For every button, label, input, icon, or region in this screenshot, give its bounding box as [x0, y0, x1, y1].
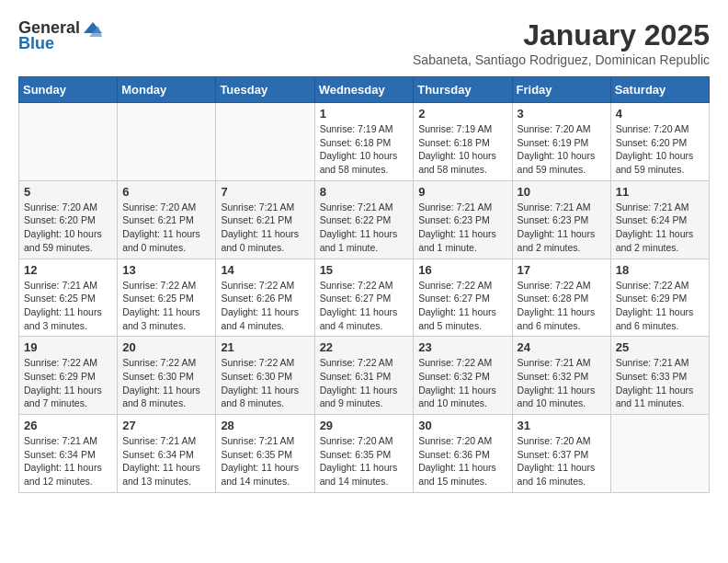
day-number: 13 [122, 263, 210, 277]
day-number: 31 [518, 419, 606, 432]
day-number: 8 [320, 185, 409, 199]
day-header-monday: Monday [118, 77, 216, 103]
day-info: Sunrise: 7:20 AM Sunset: 6:36 PM Dayligh… [418, 434, 506, 488]
day-info: Sunrise: 7:21 AM Sunset: 6:33 PM Dayligh… [616, 356, 704, 410]
day-number: 18 [616, 263, 704, 277]
day-cell: 3Sunrise: 7:20 AM Sunset: 6:19 PM Daylig… [512, 103, 610, 181]
day-number: 25 [616, 340, 704, 354]
day-info: Sunrise: 7:20 AM Sunset: 6:37 PM Dayligh… [518, 434, 606, 488]
day-cell: 17Sunrise: 7:22 AM Sunset: 6:28 PM Dayli… [512, 259, 610, 337]
day-number: 29 [320, 419, 409, 432]
day-number: 19 [24, 340, 112, 354]
day-number: 7 [221, 185, 309, 199]
page-header: General Blue January 2025 Sabaneta, Sant… [18, 18, 710, 67]
day-info: Sunrise: 7:20 AM Sunset: 6:21 PM Dayligh… [122, 201, 210, 255]
day-info: Sunrise: 7:19 AM Sunset: 6:18 PM Dayligh… [418, 122, 506, 177]
day-info: Sunrise: 7:21 AM Sunset: 6:34 PM Dayligh… [24, 434, 112, 488]
day-info: Sunrise: 7:21 AM Sunset: 6:21 PM Dayligh… [221, 201, 309, 255]
day-cell: 19Sunrise: 7:22 AM Sunset: 6:29 PM Dayli… [19, 337, 118, 415]
day-info: Sunrise: 7:22 AM Sunset: 6:32 PM Dayligh… [418, 356, 506, 410]
calendar-table: SundayMondayTuesdayWednesdayThursdayFrid… [18, 76, 710, 493]
day-info: Sunrise: 7:22 AM Sunset: 6:26 PM Dayligh… [221, 279, 309, 333]
week-row-1: 1Sunrise: 7:19 AM Sunset: 6:18 PM Daylig… [19, 103, 710, 181]
day-info: Sunrise: 7:22 AM Sunset: 6:29 PM Dayligh… [24, 356, 112, 410]
day-info: Sunrise: 7:21 AM Sunset: 6:23 PM Dayligh… [518, 201, 606, 255]
title-block: January 2025 Sabaneta, Santiago Rodrigue… [413, 18, 710, 67]
day-info: Sunrise: 7:21 AM Sunset: 6:22 PM Dayligh… [320, 201, 409, 255]
calendar-header: SundayMondayTuesdayWednesdayThursdayFrid… [19, 77, 710, 103]
day-info: Sunrise: 7:22 AM Sunset: 6:30 PM Dayligh… [221, 356, 309, 410]
day-cell: 10Sunrise: 7:21 AM Sunset: 6:23 PM Dayli… [512, 180, 610, 259]
day-cell: 8Sunrise: 7:21 AM Sunset: 6:22 PM Daylig… [314, 180, 414, 259]
day-header-friday: Friday [512, 77, 610, 103]
day-number: 9 [418, 185, 506, 199]
day-cell: 30Sunrise: 7:20 AM Sunset: 6:36 PM Dayli… [414, 415, 512, 493]
day-number: 2 [418, 107, 506, 121]
day-info: Sunrise: 7:22 AM Sunset: 6:25 PM Dayligh… [122, 279, 210, 333]
day-info: Sunrise: 7:22 AM Sunset: 6:30 PM Dayligh… [122, 356, 210, 410]
day-cell: 18Sunrise: 7:22 AM Sunset: 6:29 PM Dayli… [610, 259, 709, 337]
day-info: Sunrise: 7:21 AM Sunset: 6:35 PM Dayligh… [221, 434, 309, 488]
logo-blue: Blue [18, 34, 102, 53]
day-cell [216, 103, 314, 181]
day-number: 10 [518, 185, 606, 199]
day-cell [610, 415, 709, 493]
day-cell: 16Sunrise: 7:22 AM Sunset: 6:27 PM Dayli… [414, 259, 512, 337]
day-info: Sunrise: 7:21 AM Sunset: 6:32 PM Dayligh… [518, 356, 606, 410]
day-cell: 20Sunrise: 7:22 AM Sunset: 6:30 PM Dayli… [118, 337, 216, 415]
day-number: 6 [122, 185, 210, 199]
day-info: Sunrise: 7:20 AM Sunset: 6:20 PM Dayligh… [24, 201, 112, 255]
day-cell [19, 103, 118, 181]
day-number: 16 [418, 263, 506, 277]
day-cell: 28Sunrise: 7:21 AM Sunset: 6:35 PM Dayli… [216, 415, 314, 493]
day-info: Sunrise: 7:21 AM Sunset: 6:23 PM Dayligh… [418, 201, 506, 255]
day-cell: 11Sunrise: 7:21 AM Sunset: 6:24 PM Dayli… [610, 180, 709, 259]
day-number: 12 [24, 263, 112, 277]
day-cell: 26Sunrise: 7:21 AM Sunset: 6:34 PM Dayli… [19, 415, 118, 493]
day-number: 23 [418, 340, 506, 354]
week-row-3: 12Sunrise: 7:21 AM Sunset: 6:25 PM Dayli… [19, 259, 710, 337]
day-cell: 2Sunrise: 7:19 AM Sunset: 6:18 PM Daylig… [414, 103, 512, 181]
day-header-tuesday: Tuesday [216, 77, 314, 103]
day-number: 14 [221, 263, 309, 277]
day-cell: 13Sunrise: 7:22 AM Sunset: 6:25 PM Dayli… [118, 259, 216, 337]
day-cell: 5Sunrise: 7:20 AM Sunset: 6:20 PM Daylig… [19, 180, 118, 259]
day-number: 27 [122, 419, 210, 432]
day-info: Sunrise: 7:21 AM Sunset: 6:25 PM Dayligh… [24, 279, 112, 333]
day-number: 1 [320, 107, 409, 121]
day-cell: 24Sunrise: 7:21 AM Sunset: 6:32 PM Dayli… [512, 337, 610, 415]
calendar-body: 1Sunrise: 7:19 AM Sunset: 6:18 PM Daylig… [19, 103, 710, 493]
day-info: Sunrise: 7:20 AM Sunset: 6:19 PM Dayligh… [518, 122, 606, 177]
day-info: Sunrise: 7:22 AM Sunset: 6:27 PM Dayligh… [418, 279, 506, 333]
day-info: Sunrise: 7:22 AM Sunset: 6:31 PM Dayligh… [320, 356, 409, 410]
day-number: 3 [518, 107, 606, 121]
day-cell: 29Sunrise: 7:20 AM Sunset: 6:35 PM Dayli… [314, 415, 414, 493]
day-number: 17 [518, 263, 606, 277]
day-cell: 14Sunrise: 7:22 AM Sunset: 6:26 PM Dayli… [216, 259, 314, 337]
day-cell: 21Sunrise: 7:22 AM Sunset: 6:30 PM Dayli… [216, 337, 314, 415]
day-cell: 12Sunrise: 7:21 AM Sunset: 6:25 PM Dayli… [19, 259, 118, 337]
day-info: Sunrise: 7:22 AM Sunset: 6:27 PM Dayligh… [320, 279, 409, 333]
day-number: 26 [24, 419, 112, 432]
day-cell: 9Sunrise: 7:21 AM Sunset: 6:23 PM Daylig… [414, 180, 512, 259]
day-header-thursday: Thursday [414, 77, 512, 103]
day-cell: 25Sunrise: 7:21 AM Sunset: 6:33 PM Dayli… [610, 337, 709, 415]
day-number: 28 [221, 419, 309, 432]
day-header-wednesday: Wednesday [314, 77, 414, 103]
day-header-saturday: Saturday [610, 77, 709, 103]
day-header-row: SundayMondayTuesdayWednesdayThursdayFrid… [19, 77, 710, 103]
day-number: 22 [320, 340, 409, 354]
day-cell: 27Sunrise: 7:21 AM Sunset: 6:34 PM Dayli… [118, 415, 216, 493]
day-info: Sunrise: 7:22 AM Sunset: 6:28 PM Dayligh… [518, 279, 606, 333]
logo: General Blue [18, 18, 102, 53]
week-row-2: 5Sunrise: 7:20 AM Sunset: 6:20 PM Daylig… [19, 180, 710, 259]
month-title: January 2025 [413, 18, 710, 52]
week-row-4: 19Sunrise: 7:22 AM Sunset: 6:29 PM Dayli… [19, 337, 710, 415]
day-cell: 4Sunrise: 7:20 AM Sunset: 6:20 PM Daylig… [610, 103, 709, 181]
day-number: 5 [24, 185, 112, 199]
day-cell [118, 103, 216, 181]
day-cell: 31Sunrise: 7:20 AM Sunset: 6:37 PM Dayli… [512, 415, 610, 493]
day-cell: 22Sunrise: 7:22 AM Sunset: 6:31 PM Dayli… [314, 337, 414, 415]
day-info: Sunrise: 7:19 AM Sunset: 6:18 PM Dayligh… [320, 122, 409, 177]
day-header-sunday: Sunday [19, 77, 118, 103]
